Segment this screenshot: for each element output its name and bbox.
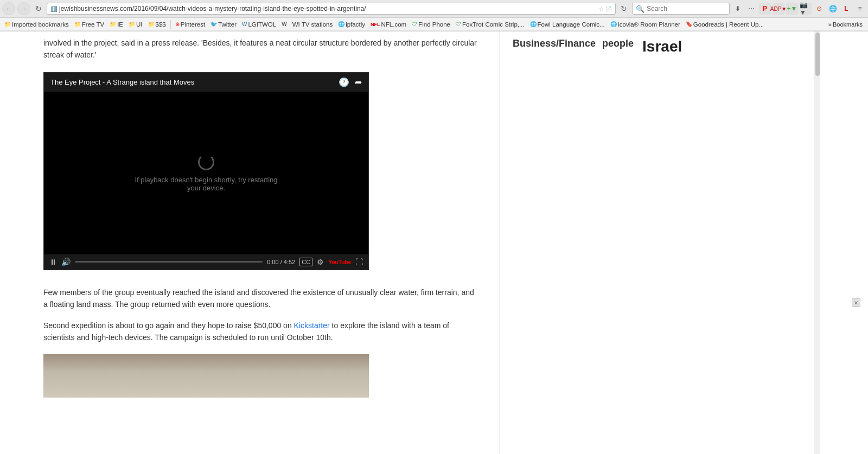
clock-icon[interactable]: 🕐 — [339, 77, 349, 87]
reload-button2[interactable]: ↻ — [618, 3, 630, 15]
screenshot-icon[interactable]: 📷▼ — [800, 3, 812, 15]
bookmark-label: IE — [117, 21, 123, 28]
bookmark-goodreads[interactable]: 🔖 Goodreads | Recent Up... — [684, 21, 766, 28]
bookmark-label: Goodreads | Recent Up... — [693, 21, 764, 28]
page-content: involved in the project, said in a press… — [0, 31, 868, 454]
tag-israel[interactable]: Israel — [640, 37, 684, 56]
bookmark-lgitwol[interactable]: W LGITWOL — [240, 21, 278, 28]
bookmark-label: Pinterest — [181, 21, 205, 28]
bookmark-findphone[interactable]: 🛡 Find Phone — [410, 21, 452, 28]
bookmark-icovia[interactable]: 🌐 Icovia® Room Planner — [608, 21, 682, 28]
search-bar[interactable]: 🔍 — [632, 3, 730, 15]
time-display: 0:00 / 4:52 — [267, 259, 295, 265]
bookmarks-bar: 📁 Imported bookmarks 📁 Free TV 📁 IE 📁 UI… — [0, 18, 868, 31]
folder-icon: 📁 — [4, 21, 11, 27]
menu-icon[interactable]: ≡ — [854, 3, 866, 15]
wordpress-icon: W — [242, 21, 247, 27]
article-intro: involved in the project, said in a press… — [43, 31, 477, 61]
browser-chrome: ← → ↻ ℹ️ jewishbusinessnews.com/2016/09/… — [0, 0, 868, 31]
pinterest-bookmark-icon: ⊛ — [175, 21, 180, 27]
bookmark-star-icon[interactable]: ☆ — [599, 6, 604, 12]
search-input[interactable] — [647, 5, 726, 12]
video-screen[interactable]: If playback doesn't begin shortly, try r… — [44, 92, 368, 254]
tag-cloud: Business/Finance people Israel — [510, 37, 803, 56]
bookmark-ipfactly[interactable]: 🌐 ipfactly — [336, 21, 367, 28]
bookmarks-label: Bookmarks — [833, 21, 863, 28]
sidebar: Business/Finance people Israel — [499, 31, 814, 454]
progress-bar[interactable] — [75, 261, 263, 263]
globe-icon2: 🌐 — [530, 21, 537, 27]
circle-icon[interactable]: ⊙ — [813, 3, 825, 15]
video-header: The Eye Project - A Strange island that … — [44, 73, 368, 92]
bookmark-twitter[interactable]: 🐦 Twitter — [208, 21, 239, 28]
bookmark-sss[interactable]: 📁 $$$ — [146, 21, 168, 28]
bookmark-label: UI — [136, 21, 143, 28]
time-current: 0:00 — [267, 259, 278, 265]
bookmark-icon2: 🔖 — [686, 21, 692, 27]
address-bar-icons: ☆ 📄 — [599, 6, 612, 12]
adp-icon[interactable]: ADP▼ — [773, 3, 784, 15]
share-icon[interactable]: ➦ — [355, 77, 362, 87]
bookmark-witvstations[interactable]: WI TV stations — [290, 21, 335, 28]
plus-icon[interactable]: +▼ — [786, 3, 798, 15]
video-loading-text: If playback doesn't begin shortly, try r… — [135, 176, 277, 192]
scrollbar-thumb[interactable] — [815, 33, 820, 76]
nfl-icon: NFL — [371, 22, 380, 27]
video-title: The Eye Project - A Strange island that … — [50, 78, 339, 86]
lock-icon: ℹ️ — [50, 6, 57, 12]
scrollbar[interactable] — [814, 31, 820, 454]
reader-mode-icon[interactable]: 📄 — [605, 6, 612, 12]
bookmark-freetv[interactable]: 📁 Free TV — [72, 21, 106, 28]
wiki-icon: W — [282, 21, 286, 27]
bookmark-fowl[interactable]: 🌐 Fowl Language Comic... — [528, 21, 607, 28]
fullscreen-button[interactable]: ⛶ — [355, 258, 363, 266]
toolbar-icons: ⬇ ⋯ P ADP▼ +▼ 📷▼ ⊙ 🌐 L ≡ — [732, 3, 866, 15]
pause-button[interactable]: ⏸ — [49, 258, 57, 266]
address-text: jewishbusinessnews.com/2016/09/04/watch-… — [59, 5, 597, 12]
bookmark-ie[interactable]: 📁 IE — [107, 21, 125, 28]
kickstarter-link[interactable]: Kickstarter — [294, 321, 330, 330]
bookmark-label: FoxTrot Comic Strip,... — [462, 21, 525, 28]
bookmark-label: Twitter — [218, 21, 237, 28]
tag-people[interactable]: people — [600, 37, 636, 56]
bookmark-label: ipfactly — [346, 21, 365, 28]
time-total: 4:52 — [284, 259, 295, 265]
forward-button[interactable]: → — [17, 2, 30, 15]
bookmark-nfl[interactable]: NFL NFL.com — [368, 21, 409, 28]
main-content: involved in the project, said in a press… — [0, 31, 499, 454]
close-button[interactable]: ✕ — [852, 298, 860, 307]
lastpass-icon[interactable]: L — [840, 3, 852, 15]
folder-icon: 📁 — [74, 21, 81, 27]
bookmark-label: Icovia® Room Planner — [618, 21, 680, 28]
tag-business-finance[interactable]: Business/Finance — [510, 37, 598, 56]
globe-icon3: 🌐 — [610, 21, 617, 27]
bookmarks-more-button[interactable]: » Bookmarks — [825, 21, 866, 28]
translate-icon[interactable]: 🌐 — [827, 3, 839, 15]
back-button[interactable]: ← — [2, 2, 15, 15]
bookmark-w[interactable]: W — [279, 21, 289, 28]
shield-icon2: 🛡 — [456, 21, 461, 27]
bookmark-label: WI TV stations — [292, 21, 333, 28]
youtube-logo[interactable]: YouTube — [328, 259, 351, 265]
separator — [170, 20, 171, 29]
bookmark-pinterest[interactable]: ⊛ Pinterest — [173, 21, 207, 28]
settings-icon[interactable]: ⚙ — [317, 258, 324, 266]
overflow-icon[interactable]: ⋯ — [745, 3, 757, 15]
globe-icon: 🌐 — [338, 21, 344, 27]
mute-button[interactable]: 🔊 — [61, 258, 71, 266]
bookmark-imported[interactable]: 📁 Imported bookmarks — [2, 21, 71, 28]
folder-icon: 📁 — [110, 21, 116, 27]
reload-button[interactable]: ↻ — [33, 3, 44, 15]
search-icon: 🔍 — [636, 5, 644, 13]
bookmark-foxtrot[interactable]: 🛡 FoxTrot Comic Strip,... — [454, 21, 527, 28]
image-placeholder — [43, 354, 369, 398]
bookmark-label: Find Phone — [418, 21, 450, 28]
pinterest-icon[interactable]: P — [759, 3, 771, 15]
download-icon[interactable]: ⬇ — [732, 3, 744, 15]
bookmark-label: LGITWOL — [248, 21, 276, 28]
address-bar[interactable]: ℹ️ jewishbusinessnews.com/2016/09/04/wat… — [47, 3, 616, 15]
folder-icon: 📁 — [148, 21, 155, 27]
bookmark-ui[interactable]: 📁 UI — [126, 21, 145, 28]
video-controls: ⏸ 🔊 0:00 / 4:52 CC ⚙ YouTube ⛶ — [44, 254, 368, 270]
cc-button[interactable]: CC — [299, 258, 312, 266]
